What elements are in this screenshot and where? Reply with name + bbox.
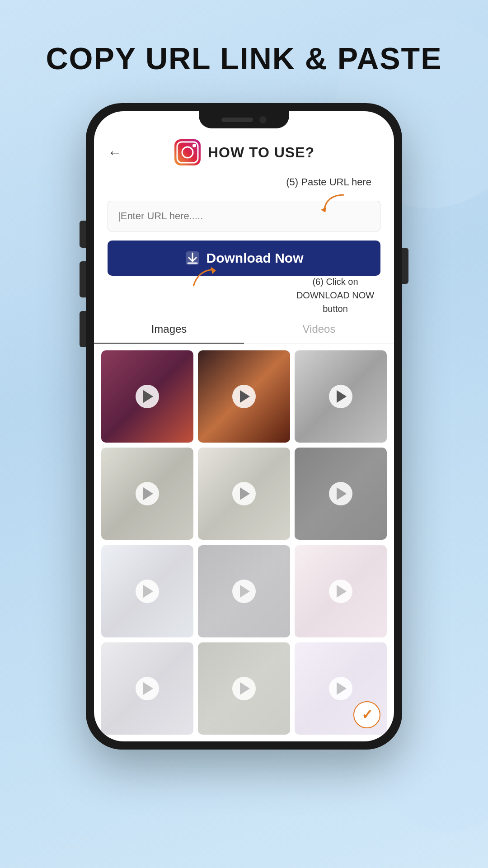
play-triangle-icon bbox=[143, 487, 153, 500]
grid-item-6[interactable] bbox=[295, 448, 387, 540]
mute-button bbox=[80, 221, 86, 248]
power-button bbox=[402, 248, 408, 284]
play-triangle-icon bbox=[240, 487, 250, 500]
svg-marker-4 bbox=[321, 207, 326, 212]
volume-up-button bbox=[80, 261, 86, 297]
photo-thumbnail-2 bbox=[198, 350, 290, 443]
phone-notch bbox=[199, 111, 289, 128]
play-button-8[interactable] bbox=[232, 580, 256, 603]
download-button-label: Download Now bbox=[206, 250, 304, 266]
photo-thumbnail-10 bbox=[101, 642, 193, 735]
url-input-wrapper bbox=[94, 201, 394, 231]
tab-bar: Images Videos bbox=[94, 316, 394, 344]
play-triangle-icon bbox=[143, 585, 153, 598]
photo-thumbnail-6 bbox=[295, 448, 387, 540]
photo-thumbnail-3 bbox=[295, 350, 387, 443]
photo-thumbnail-9 bbox=[295, 545, 387, 637]
play-button-3[interactable] bbox=[329, 385, 352, 408]
volume-down-button bbox=[80, 311, 86, 347]
phone-screen: ← bbox=[94, 111, 394, 741]
play-button-1[interactable] bbox=[136, 385, 159, 408]
tab-videos[interactable]: Videos bbox=[244, 316, 394, 344]
notch-camera bbox=[259, 116, 267, 123]
select-check-button[interactable]: ✓ bbox=[353, 701, 380, 728]
play-button-10[interactable] bbox=[136, 677, 159, 700]
play-button-11[interactable] bbox=[232, 677, 256, 700]
instagram-icon bbox=[174, 138, 202, 166]
app-header: ← bbox=[94, 134, 394, 175]
play-button-7[interactable] bbox=[136, 580, 159, 603]
play-triangle-icon bbox=[143, 682, 153, 695]
phone-frame: ← bbox=[86, 103, 402, 750]
play-triangle-icon bbox=[337, 487, 347, 500]
paste-url-label: (5) Paste URL here bbox=[286, 176, 371, 188]
photo-thumbnail-5 bbox=[198, 448, 290, 540]
grid-item-3[interactable] bbox=[295, 350, 387, 443]
tab-images[interactable]: Images bbox=[94, 316, 244, 344]
grid-item-8[interactable] bbox=[198, 545, 290, 637]
play-triangle-icon bbox=[240, 390, 250, 403]
grid-item-1[interactable] bbox=[101, 350, 193, 443]
play-triangle-icon bbox=[337, 390, 347, 403]
svg-point-3 bbox=[192, 144, 196, 147]
grid-item-4[interactable] bbox=[101, 448, 193, 540]
app-content: ← bbox=[94, 111, 394, 741]
photo-thumbnail-1 bbox=[101, 350, 193, 443]
play-triangle-icon bbox=[240, 682, 250, 695]
play-button-9[interactable] bbox=[329, 580, 352, 603]
grid-item-10[interactable] bbox=[101, 642, 193, 735]
notch-speaker bbox=[221, 118, 253, 122]
photo-thumbnail-7 bbox=[101, 545, 193, 637]
checkmark-icon: ✓ bbox=[361, 707, 373, 722]
play-button-12[interactable] bbox=[329, 677, 352, 700]
grid-item-2[interactable] bbox=[198, 350, 290, 443]
download-now-button[interactable]: Download Now bbox=[108, 241, 380, 276]
grid-item-9[interactable] bbox=[295, 545, 387, 637]
grid-item-7[interactable] bbox=[101, 545, 193, 637]
grid-item-5[interactable] bbox=[198, 448, 290, 540]
click-download-label: (6) Click on DOWNLOAD NOW button bbox=[286, 275, 385, 316]
image-grid: ✓ bbox=[94, 344, 394, 741]
header-title: HOW TO USE? bbox=[208, 144, 314, 161]
play-triangle-icon bbox=[240, 585, 250, 598]
play-triangle-icon bbox=[337, 682, 347, 695]
photo-thumbnail-8 bbox=[198, 545, 290, 637]
paste-arrow-icon bbox=[317, 193, 349, 215]
grid-item-12[interactable]: ✓ bbox=[295, 642, 387, 735]
header-content: HOW TO USE? bbox=[174, 138, 314, 166]
download-icon bbox=[185, 250, 200, 266]
download-button-wrapper: Download Now (6) Click on DOWNLOAD NOW b… bbox=[94, 241, 394, 276]
play-button-4[interactable] bbox=[136, 482, 159, 505]
play-triangle-icon bbox=[337, 585, 347, 598]
play-button-2[interactable] bbox=[232, 385, 256, 408]
photo-thumbnail-4 bbox=[101, 448, 193, 540]
page-title: COPY URL LINK & PASTE bbox=[46, 41, 442, 76]
play-button-6[interactable] bbox=[329, 482, 352, 505]
play-triangle-icon bbox=[143, 390, 153, 403]
click-arrow-icon bbox=[189, 266, 221, 288]
play-button-5[interactable] bbox=[232, 482, 256, 505]
back-button[interactable]: ← bbox=[108, 144, 122, 161]
photo-thumbnail-11 bbox=[198, 642, 290, 735]
grid-item-11[interactable] bbox=[198, 642, 290, 735]
